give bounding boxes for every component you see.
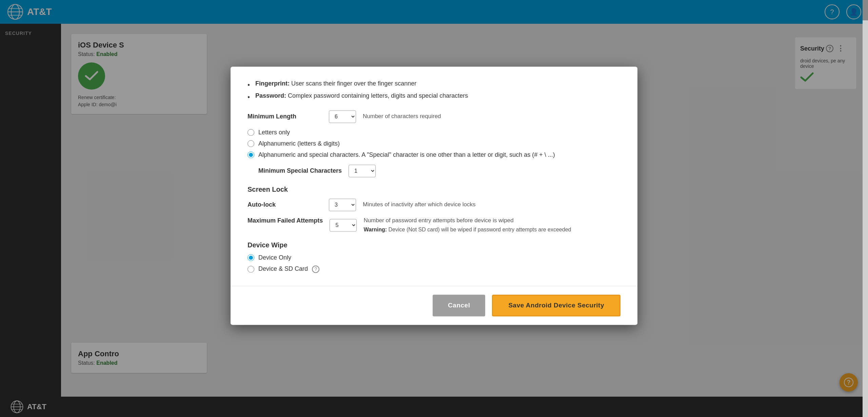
- min-special-label: Minimum Special Characters: [258, 167, 342, 174]
- fingerprint-text: User scans their finger over the finger …: [290, 80, 416, 87]
- cancel-button[interactable]: Cancel: [433, 295, 485, 316]
- max-failed-label: Maximum Failed Attempts: [248, 217, 323, 224]
- radio-device-only[interactable]: Device Only: [248, 254, 620, 261]
- max-failed-hints: Number of password entry attempts before…: [363, 217, 571, 233]
- password-type-group: Letters only Alphanumeric (letters & dig…: [248, 129, 620, 158]
- fingerprint-label: Fingerprint:: [255, 80, 290, 87]
- modal-dialog: Fingerprint: User scans their finger ove…: [231, 67, 637, 325]
- min-special-row: Minimum Special Characters 0 1 2 3: [258, 165, 620, 177]
- page-scrollbar[interactable]: [863, 0, 868, 417]
- auto-lock-label: Auto-lock: [248, 201, 322, 208]
- password-label: Password:: [255, 92, 286, 99]
- modal-footer: Cancel Save Android Device Security: [231, 286, 637, 325]
- screen-lock-heading: Screen Lock: [248, 186, 620, 193]
- password-text: Complex password containing letters, dig…: [286, 92, 468, 99]
- radio-alphanumeric-special-input[interactable]: [248, 151, 254, 158]
- modal-body: Fingerprint: User scans their finger ove…: [231, 67, 637, 286]
- max-failed-row: Maximum Failed Attempts 3 4 5 6 Number o…: [248, 217, 620, 233]
- device-wipe-heading: Device Wipe: [248, 241, 620, 249]
- auto-lock-hint: Minutes of inactivity after which device…: [363, 201, 476, 208]
- bullet-password: Password: Complex password containing le…: [248, 92, 620, 102]
- minimum-length-hint: Number of characters required: [363, 113, 441, 120]
- max-failed-warning: Warning: Device (Not SD card) will be wi…: [363, 227, 571, 233]
- radio-letters-only-input[interactable]: [248, 129, 254, 136]
- radio-alphanumeric-input[interactable]: [248, 140, 254, 147]
- radio-alphanumeric-special-label: Alphanumeric and special characters. A "…: [258, 151, 555, 158]
- page-scrollbar-thumb[interactable]: [863, 0, 868, 20]
- min-special-select[interactable]: 0 1 2 3: [349, 165, 376, 177]
- minimum-length-row: Minimum Length 6 1 2 3 4 5 7 8 Number of…: [248, 110, 620, 123]
- max-failed-select[interactable]: 3 4 5 6: [330, 219, 357, 231]
- minimum-length-select[interactable]: 6 1 2 3 4 5 7 8: [329, 110, 356, 123]
- save-android-security-button[interactable]: Save Android Device Security: [492, 295, 620, 316]
- warning-bold-text: Warning:: [363, 227, 387, 232]
- auto-lock-row: Auto-lock 1 2 3 4 5 Minutes of inactivit…: [248, 198, 620, 211]
- bullet-list: Fingerprint: User scans their finger ove…: [248, 80, 620, 102]
- device-sd-help-icon[interactable]: ?: [312, 265, 319, 273]
- radio-alphanumeric[interactable]: Alphanumeric (letters & digits): [248, 140, 620, 147]
- radio-letters-only[interactable]: Letters only: [248, 129, 620, 136]
- auto-lock-select[interactable]: 1 2 3 4 5: [329, 198, 356, 211]
- radio-alphanumeric-label: Alphanumeric (letters & digits): [258, 140, 340, 147]
- bullet-fingerprint: Fingerprint: User scans their finger ove…: [248, 80, 620, 90]
- radio-device-sd[interactable]: Device & SD Card ?: [248, 265, 620, 273]
- device-wipe-group: Device Only Device & SD Card ?: [248, 254, 620, 273]
- radio-device-only-input[interactable]: [248, 254, 254, 261]
- radio-device-sd-label: Device & SD Card: [258, 265, 308, 272]
- radio-alphanumeric-special[interactable]: Alphanumeric and special characters. A "…: [248, 151, 620, 158]
- radio-letters-only-label: Letters only: [258, 129, 290, 136]
- radio-device-only-label: Device Only: [258, 254, 291, 261]
- max-failed-hint: Number of password entry attempts before…: [363, 217, 571, 224]
- warning-detail-text: Device (Not SD card) will be wiped if pa…: [389, 227, 571, 232]
- minimum-length-label: Minimum Length: [248, 113, 322, 120]
- radio-device-sd-input[interactable]: [248, 266, 254, 272]
